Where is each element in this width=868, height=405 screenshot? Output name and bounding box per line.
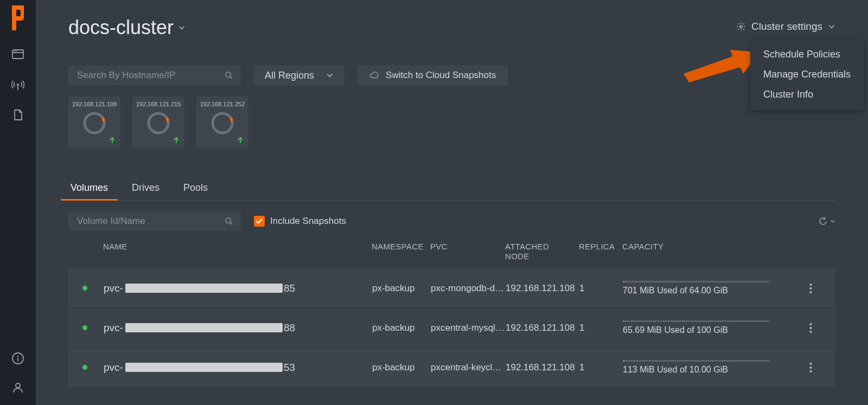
host-search[interactable] bbox=[68, 66, 241, 85]
sidebar bbox=[0, 0, 36, 405]
status-dot-icon bbox=[82, 286, 87, 291]
status-dot-icon bbox=[82, 325, 87, 330]
chevron-down-icon bbox=[828, 23, 835, 30]
attached-node-cell: 192.168.121.108 bbox=[506, 362, 579, 373]
col-capacity: CAPACITY bbox=[622, 242, 809, 261]
table-row[interactable]: pvc- 85 px-backup pxc-mongodb-d… 192.168… bbox=[68, 269, 835, 307]
col-pvc: PVC bbox=[430, 242, 505, 261]
region-label: All Regions bbox=[265, 70, 314, 81]
row-actions[interactable] bbox=[809, 284, 825, 293]
tab-volumes[interactable]: Volumes bbox=[68, 182, 110, 200]
include-snapshots-label: Include Snapshots bbox=[270, 216, 346, 227]
svg-point-2 bbox=[14, 51, 15, 52]
svg-point-26 bbox=[810, 327, 812, 329]
volume-name: pvc- 88 bbox=[104, 322, 372, 334]
refresh-button[interactable] bbox=[818, 216, 835, 226]
svg-point-8 bbox=[17, 356, 18, 357]
col-name: NAME bbox=[103, 242, 372, 261]
namespace-cell: px-backup bbox=[372, 283, 431, 294]
chevron-down-icon bbox=[326, 72, 334, 79]
chevron-down-icon bbox=[178, 24, 186, 31]
col-namespace: NAMESPACE bbox=[372, 242, 430, 261]
settings-label: Cluster settings bbox=[751, 21, 822, 33]
attached-node-cell: 192.168.121.108 bbox=[506, 323, 579, 333]
kebab-icon bbox=[809, 284, 812, 293]
svg-point-24 bbox=[810, 291, 812, 293]
usage-ring-icon bbox=[146, 111, 171, 136]
capacity-cell: 65.69 MiB Used of 100 GiB bbox=[623, 320, 809, 335]
svg-point-22 bbox=[810, 284, 812, 286]
col-attached-node: ATTACHEDNODE bbox=[505, 242, 579, 261]
info-icon[interactable] bbox=[11, 352, 24, 365]
svg-point-10 bbox=[740, 25, 743, 28]
redacted-text bbox=[125, 284, 283, 293]
redacted-text bbox=[125, 323, 283, 332]
node-card[interactable]: 192.168.121.108 bbox=[68, 97, 120, 147]
col-replica: REPLICA bbox=[579, 242, 622, 261]
node-ip: 192.168.121.215 bbox=[136, 101, 181, 107]
pvc-cell: pxcentral-keycl… bbox=[431, 362, 506, 373]
search-input[interactable] bbox=[76, 69, 225, 81]
tab-drives[interactable]: Drives bbox=[130, 182, 162, 200]
menu-manage-credentials[interactable]: Manage Credentials bbox=[750, 65, 864, 85]
capacity-cell: 701 MiB Used of 64.00 GiB bbox=[623, 281, 809, 295]
replica-cell: 1 bbox=[579, 362, 623, 373]
svg-point-27 bbox=[810, 331, 812, 333]
table-row[interactable]: pvc- 88 px-backup pxcentral-mysql… 192.1… bbox=[68, 308, 835, 347]
svg-point-20 bbox=[226, 218, 231, 223]
up-arrow-icon bbox=[173, 137, 180, 144]
svg-point-23 bbox=[810, 287, 812, 290]
tab-pools[interactable]: Pools bbox=[181, 182, 210, 200]
svg-point-25 bbox=[810, 323, 812, 325]
user-icon[interactable] bbox=[11, 381, 24, 394]
volume-search-input[interactable] bbox=[76, 215, 225, 227]
gear-icon bbox=[736, 22, 746, 31]
menu-schedule-policies[interactable]: Schedule Policies bbox=[750, 44, 864, 65]
cloud-icon bbox=[369, 70, 379, 80]
row-actions[interactable] bbox=[809, 323, 825, 333]
svg-point-4 bbox=[17, 83, 19, 86]
node-ip: 192.168.121.252 bbox=[200, 101, 245, 107]
refresh-icon bbox=[818, 216, 828, 226]
document-icon[interactable] bbox=[11, 108, 24, 121]
chevron-down-icon bbox=[830, 218, 835, 224]
usage-ring-icon bbox=[210, 111, 235, 136]
cluster-title[interactable]: docs-cluster bbox=[68, 16, 186, 39]
svg-rect-0 bbox=[12, 50, 23, 59]
capacity-cell: 113 MiB Used of 10.00 GiB bbox=[623, 360, 809, 375]
nodes-row: 192.168.121.108 192.168.121.215 192.168.… bbox=[68, 97, 835, 147]
kebab-icon bbox=[809, 323, 812, 333]
svg-line-13 bbox=[230, 76, 232, 79]
node-card[interactable]: 192.168.121.215 bbox=[132, 97, 184, 147]
up-arrow-icon bbox=[108, 137, 116, 144]
volume-name: pvc- 85 bbox=[104, 282, 372, 294]
dashboard-icon[interactable] bbox=[11, 48, 24, 61]
replica-cell: 1 bbox=[579, 283, 623, 294]
region-select[interactable]: All Regions bbox=[254, 65, 344, 86]
menu-cluster-info[interactable]: Cluster Info bbox=[750, 85, 864, 105]
checkbox-checked-icon bbox=[254, 216, 265, 227]
volume-table-body: pvc- 85 px-backup pxc-mongodb-d… 192.168… bbox=[68, 269, 835, 387]
switch-label: Switch to Cloud Snapshots bbox=[386, 70, 496, 81]
row-actions[interactable] bbox=[809, 363, 825, 372]
svg-point-3 bbox=[16, 51, 17, 52]
broadcast-icon[interactable] bbox=[11, 78, 24, 91]
search-icon bbox=[225, 217, 233, 226]
replica-cell: 1 bbox=[579, 323, 623, 333]
attached-node-cell: 192.168.121.108 bbox=[506, 283, 579, 294]
volume-search[interactable] bbox=[68, 211, 241, 231]
svg-point-9 bbox=[16, 383, 20, 388]
table-row[interactable]: pvc- 53 px-backup pxcentral-keycl… 192.1… bbox=[68, 348, 835, 387]
include-snapshots-toggle[interactable]: Include Snapshots bbox=[254, 216, 346, 227]
up-arrow-icon bbox=[237, 137, 244, 144]
settings-dropdown: Schedule Policies Manage Credentials Clu… bbox=[750, 39, 864, 110]
table-header: NAME NAMESPACE PVC ATTACHEDNODE REPLICA … bbox=[68, 231, 835, 269]
node-ip: 192.168.121.108 bbox=[72, 101, 117, 107]
node-card[interactable]: 192.168.121.252 bbox=[196, 97, 248, 147]
switch-cloud-snapshots-button[interactable]: Switch to Cloud Snapshots bbox=[358, 65, 508, 86]
cluster-name: docs-cluster bbox=[68, 16, 174, 39]
namespace-cell: px-backup bbox=[372, 362, 431, 373]
cluster-settings-button[interactable]: Cluster settings bbox=[736, 21, 835, 33]
usage-ring-icon bbox=[82, 111, 107, 136]
redacted-text bbox=[125, 363, 283, 372]
